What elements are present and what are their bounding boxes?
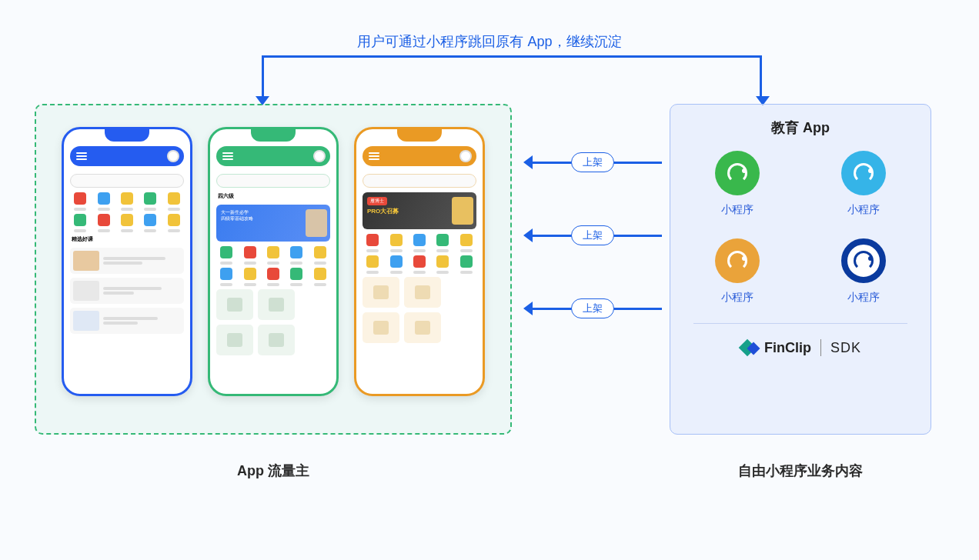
- section-title: 精选好课: [72, 235, 182, 243]
- search-bar: [216, 174, 330, 188]
- publish-label: 上架: [571, 152, 614, 172]
- tab-label: 四六级: [218, 192, 329, 200]
- avatar-icon: [167, 150, 179, 162]
- miniprogram-item: 小程序: [715, 151, 760, 217]
- search-bar: [363, 174, 476, 188]
- menu-icon: [222, 152, 233, 160]
- promo-banner: 大一新生必学 四级零基础攻略: [216, 205, 330, 242]
- miniprogram-item: 小程序: [841, 151, 886, 217]
- miniprogram-item: 小程序: [841, 238, 886, 305]
- sdk-brand-row: FinClip SDK: [686, 338, 915, 358]
- separator: [820, 339, 821, 356]
- publish-arrow: 上架: [523, 150, 662, 175]
- miniprogram-icon: [841, 151, 886, 195]
- search-bar: [70, 174, 184, 188]
- miniprogram-label: 小程序: [847, 203, 880, 217]
- menu-icon: [76, 152, 87, 160]
- finclip-logo-icon: [740, 338, 760, 358]
- publish-label: 上架: [571, 225, 614, 245]
- phone-mockup-green: 四六级 大一新生必学 四级零基础攻略: [208, 127, 339, 396]
- miniprogram-icon: [715, 151, 760, 195]
- avatar-icon: [459, 150, 472, 162]
- publish-label: 上架: [571, 298, 614, 318]
- divider: [693, 323, 907, 324]
- right-panel-education-app: 教育 App 小程序 小程序 小程序 小程序 FinClip SDK: [670, 104, 931, 435]
- publish-arrow: 上架: [523, 296, 662, 321]
- connector-top: [262, 55, 762, 102]
- miniprogram-icon: [841, 238, 886, 283]
- sdk-label: SDK: [830, 340, 861, 356]
- left-caption: App 流量主: [35, 462, 512, 480]
- miniprogram-label: 小程序: [721, 291, 753, 305]
- phone-mockup-blue: 精选好课: [62, 127, 192, 396]
- right-panel-title: 教育 App: [686, 118, 915, 137]
- publish-arrow: 上架: [523, 223, 662, 248]
- left-panel-app-owners: 精选好课 四六级 大一新生必学 四级零基础攻略: [35, 104, 512, 435]
- finclip-logo: FinClip: [740, 338, 811, 358]
- right-caption: 自由小程序业务内容: [670, 462, 931, 480]
- miniprogram-label: 小程序: [847, 291, 880, 305]
- avatar-icon: [313, 150, 326, 162]
- promo-banner: 雁博士 PRO大召募: [363, 192, 476, 229]
- miniprogram-item: 小程序: [715, 238, 760, 305]
- menu-icon: [369, 152, 379, 160]
- miniprogram-label: 小程序: [721, 203, 753, 217]
- phone-mockup-orange: 雁博士 PRO大召募: [354, 127, 485, 396]
- miniprogram-icon: [715, 238, 760, 283]
- top-callout: 用户可通过小程序跳回原有 App，继续沉淀: [357, 32, 621, 51]
- finclip-logo-text: FinClip: [764, 340, 811, 356]
